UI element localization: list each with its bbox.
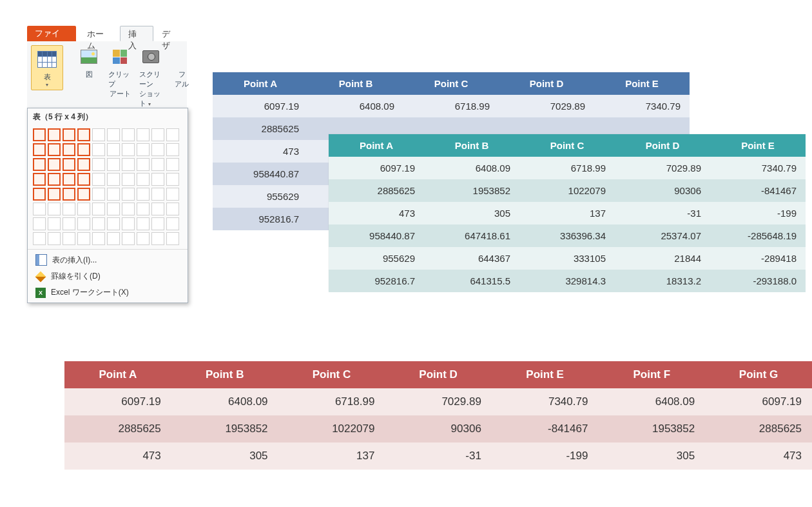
grid-cell[interactable]: [166, 173, 179, 186]
grid-cell[interactable]: [92, 232, 105, 245]
grid-cell[interactable]: [137, 203, 150, 215]
grid-cell[interactable]: [48, 232, 61, 245]
grid-cell[interactable]: [166, 158, 179, 171]
grid-cell[interactable]: [122, 143, 135, 156]
grid-cell[interactable]: [63, 173, 75, 186]
grid-cell[interactable]: [77, 173, 90, 186]
grid-cell[interactable]: [151, 232, 164, 245]
grid-cell[interactable]: [48, 128, 61, 141]
grid-cell[interactable]: [166, 188, 179, 201]
ribbon-group-clipart[interactable]: クリップ アート: [107, 45, 133, 99]
grid-cell[interactable]: [107, 143, 120, 156]
grid-cell[interactable]: [77, 232, 90, 245]
grid-cell[interactable]: [107, 217, 120, 230]
grid-cell[interactable]: [63, 158, 75, 171]
tab-file[interactable]: ファイル: [27, 26, 76, 41]
grid-cell[interactable]: [122, 158, 135, 171]
grid-cell[interactable]: [166, 217, 179, 230]
grid-cell[interactable]: [33, 173, 46, 186]
grid-cell[interactable]: [107, 203, 120, 215]
grid-cell[interactable]: [77, 158, 90, 171]
grid-cell[interactable]: [122, 232, 135, 245]
grid-cell[interactable]: [122, 217, 135, 230]
grid-cell[interactable]: [33, 188, 46, 201]
grid-cell[interactable]: [92, 203, 105, 215]
table-cell: 6097.19: [64, 388, 171, 415]
table-size-grid[interactable]: [28, 126, 188, 249]
grid-cell[interactable]: [33, 128, 46, 141]
grid-cell[interactable]: [122, 188, 135, 201]
grid-cell[interactable]: [137, 128, 150, 141]
grid-cell[interactable]: [48, 203, 61, 215]
grid-cell[interactable]: [48, 173, 61, 186]
grid-cell[interactable]: [151, 128, 164, 141]
table-cell: 333105: [519, 247, 615, 270]
grid-cell[interactable]: [92, 188, 105, 201]
ribbon-group-picture[interactable]: 図: [76, 45, 102, 79]
ribbon-group-screenshot[interactable]: スクリーン ショット ▾: [138, 45, 164, 108]
grid-cell[interactable]: [151, 203, 164, 215]
tab-insert[interactable]: 挿入: [120, 26, 153, 41]
grid-cell[interactable]: [48, 188, 61, 201]
grid-cell[interactable]: [33, 143, 46, 156]
teal-header: Point D: [615, 134, 710, 157]
grid-cell[interactable]: [63, 188, 75, 201]
grid-cell[interactable]: [107, 173, 120, 186]
grid-cell[interactable]: [137, 232, 150, 245]
grid-cell[interactable]: [166, 232, 179, 245]
grid-cell[interactable]: [107, 158, 120, 171]
grid-cell[interactable]: [63, 128, 75, 141]
grid-cell[interactable]: [92, 217, 105, 230]
grid-cell[interactable]: [166, 203, 179, 215]
table-cell: 1022079: [278, 415, 385, 442]
grid-cell[interactable]: [137, 173, 150, 186]
grid-cell[interactable]: [63, 203, 75, 215]
grid-cell[interactable]: [48, 143, 61, 156]
grid-cell[interactable]: [63, 217, 75, 230]
grid-cell[interactable]: [151, 173, 164, 186]
grid-cell[interactable]: [137, 188, 150, 201]
grid-cell[interactable]: [77, 128, 90, 141]
table-cell: -841467: [710, 179, 806, 202]
tab-design[interactable]: デザ: [153, 26, 187, 41]
grid-cell[interactable]: [151, 188, 164, 201]
grid-cell[interactable]: [122, 173, 135, 186]
grid-cell[interactable]: [107, 188, 120, 201]
grid-cell[interactable]: [48, 158, 61, 171]
menu-excel-sheet[interactable]: X Excel ワークシート(X): [28, 284, 188, 301]
grid-cell[interactable]: [77, 188, 90, 201]
grid-cell[interactable]: [92, 143, 105, 156]
grid-cell[interactable]: [166, 143, 179, 156]
grid-cell[interactable]: [122, 128, 135, 141]
menu-insert-table[interactable]: 表の挿入(I)...: [28, 252, 188, 268]
grid-cell[interactable]: [92, 173, 105, 186]
grid-cell[interactable]: [137, 217, 150, 230]
grid-cell[interactable]: [33, 232, 46, 245]
grid-cell[interactable]: [33, 158, 46, 171]
grid-cell[interactable]: [137, 143, 150, 156]
grid-cell[interactable]: [166, 128, 179, 141]
ribbon-group-table[interactable]: 表 ▾: [31, 45, 63, 90]
grid-cell[interactable]: [77, 203, 90, 215]
blue-header: Point A: [213, 72, 308, 95]
grid-cell[interactable]: [151, 158, 164, 171]
grid-cell[interactable]: [77, 143, 90, 156]
menu-draw-table[interactable]: 罫線を引く(D): [28, 268, 188, 284]
grid-cell[interactable]: [92, 158, 105, 171]
grid-cell[interactable]: [33, 217, 46, 230]
grid-cell[interactable]: [151, 143, 164, 156]
grid-cell[interactable]: [63, 232, 75, 245]
grid-cell[interactable]: [92, 128, 105, 141]
grid-cell[interactable]: [48, 217, 61, 230]
tab-home[interactable]: ホーム: [79, 26, 121, 41]
grid-cell[interactable]: [107, 232, 120, 245]
grid-cell[interactable]: [151, 217, 164, 230]
grid-cell[interactable]: [33, 203, 46, 215]
grid-cell[interactable]: [137, 158, 150, 171]
grid-cell[interactable]: [63, 143, 75, 156]
table-cell: 958440.87: [329, 224, 424, 247]
grid-cell[interactable]: [107, 128, 120, 141]
grid-cell[interactable]: [122, 203, 135, 215]
ribbon-group-album[interactable]: フ アル: [169, 45, 195, 89]
grid-cell[interactable]: [77, 217, 90, 230]
